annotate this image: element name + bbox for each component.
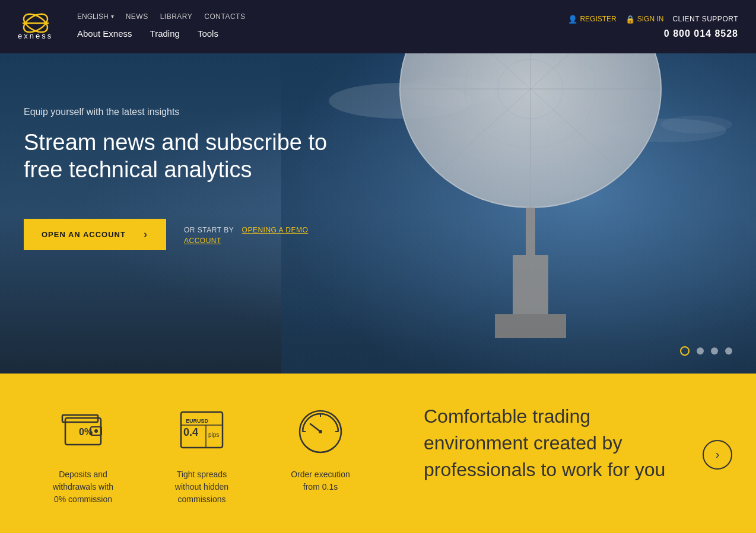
user-icon: 👤 (568, 15, 577, 24)
header-right: 👤 REGISTER 🔒 SIGN IN CLIENT SUPPORT 0 80… (568, 15, 738, 39)
lock-icon: 🔒 (625, 15, 635, 24)
feature-deposits: 0% Deposits and withdrawals with 0% comm… (24, 397, 142, 512)
feature-execution: Order execution from 0.1s (261, 397, 380, 499)
features-row: 0% Deposits and withdrawals with 0% comm… (24, 397, 406, 512)
hero-actions: OPEN AN ACCOUNT › OR START BY OPENING A … (24, 219, 344, 250)
svg-point-7 (661, 116, 732, 133)
svg-line-40 (310, 424, 320, 432)
hero-title: Stream news and subscribe to free techni… (24, 129, 344, 183)
header-left: exness ENGLISH ▾ NEWS LIBRARY CONTACTS A… (18, 12, 245, 42)
client-support-label: CLIENT SUPPORT (672, 15, 738, 23)
hero-content: Equip yourself with the latest insights … (0, 53, 368, 274)
slider-dot-4[interactable] (725, 347, 732, 355)
nav-news[interactable]: NEWS (126, 12, 148, 21)
feature-deposits-text: Deposits and withdrawals with 0% commiss… (47, 468, 119, 506)
top-links: NEWS LIBRARY CONTACTS (126, 12, 246, 21)
auth-links: 👤 REGISTER 🔒 SIGN IN CLIENT SUPPORT (568, 15, 738, 24)
promo-arrow-button[interactable]: › (703, 440, 732, 470)
lang-label: ENGLISH (77, 12, 109, 21)
nav-trading[interactable]: Trading (150, 25, 180, 42)
svg-point-29 (94, 429, 98, 433)
nav-library[interactable]: LIBRARY (160, 12, 193, 21)
top-nav: ENGLISH ▾ NEWS LIBRARY CONTACTS About Ex… (77, 12, 245, 42)
svg-rect-24 (526, 208, 535, 255)
logo-icon (18, 13, 53, 34)
nav-contacts[interactable]: CONTACTS (204, 12, 245, 21)
phone-number[interactable]: 0 800 014 8528 (664, 28, 738, 39)
slider-dot-2[interactable] (697, 347, 704, 355)
main-nav: About Exness Trading Tools (77, 25, 245, 42)
promo-text: Comfortable trading environment created … (406, 397, 703, 489)
signin-link[interactable]: 🔒 SIGN IN (625, 15, 664, 24)
execution-icon (294, 403, 347, 457)
nav-tools[interactable]: Tools (198, 25, 218, 42)
yellow-section: 0% Deposits and withdrawals with 0% comm… (0, 374, 756, 533)
open-account-button[interactable]: OPEN AN ACCOUNT › (24, 219, 166, 250)
chevron-down-icon: ▾ (111, 13, 114, 20)
deposits-icon: 0% (56, 403, 110, 457)
svg-point-41 (319, 430, 322, 433)
svg-text:EURUSD: EURUSD (186, 418, 209, 424)
logo-text: exness (18, 31, 53, 40)
register-link[interactable]: 👤 REGISTER (568, 15, 616, 24)
logo[interactable]: exness (18, 13, 53, 40)
svg-text:pips: pips (208, 432, 219, 438)
feature-spreads-text: Tight spreads without hidden commissions (166, 468, 237, 506)
hero-subtitle: Equip yourself with the latest insights (24, 107, 344, 117)
hero-section: Equip yourself with the latest insights … (0, 53, 756, 374)
feature-execution-text: Order execution from 0.1s (285, 468, 356, 493)
spreads-icon: EURUSD 0.4 pips (175, 403, 228, 457)
nav-about[interactable]: About Exness (77, 25, 132, 42)
header: exness ENGLISH ▾ NEWS LIBRARY CONTACTS A… (0, 0, 756, 53)
slider-dot-1[interactable] (680, 346, 690, 356)
arrow-right-icon: › (144, 228, 148, 241)
demo-account-link-group: OR START BY OPENING A DEMO ACCOUNT (184, 224, 344, 245)
feature-spreads: EURUSD 0.4 pips Tight spreads without hi… (142, 397, 261, 512)
svg-rect-23 (495, 314, 566, 338)
svg-text:0.4: 0.4 (183, 426, 198, 438)
top-nav-row: ENGLISH ▾ NEWS LIBRARY CONTACTS (77, 12, 245, 21)
arrow-right-icon: › (716, 448, 720, 461)
lang-selector[interactable]: ENGLISH ▾ (77, 12, 114, 21)
slider-dot-3[interactable] (711, 347, 718, 355)
slider-dots (680, 346, 732, 356)
